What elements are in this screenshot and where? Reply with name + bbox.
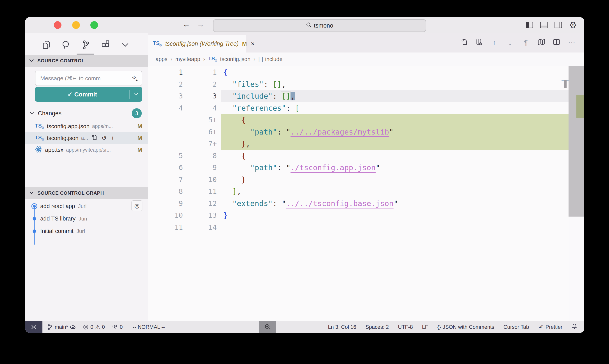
code-line[interactable]: 1013} (148, 209, 569, 221)
code-line[interactable]: 58 { (148, 150, 569, 162)
new-line-number: 7+ (193, 140, 221, 148)
branch-status-item[interactable]: main* (47, 324, 76, 330)
status-bar: main* 0 ⚠ 0 0 -- NORMAL -- Ln 3, Col 16 … (25, 321, 584, 333)
eol-item[interactable]: LF (422, 324, 428, 330)
warning-icon: ⚠ (95, 324, 100, 331)
code-line[interactable]: 710 } (148, 174, 569, 186)
new-line-number: 12 (193, 199, 221, 208)
source-control-graph-section-header[interactable]: SOURCE CONTROL GRAPH (25, 187, 148, 199)
previous-change-icon[interactable]: ↑ (491, 39, 498, 47)
changed-file-row[interactable]: app.tsxapps/myviteapp/sr...M (25, 144, 148, 156)
collapse-chevron-icon (29, 58, 34, 64)
diff-editor[interactable]: 11{22 "files": [],33 "include": [],44 "r… (148, 66, 569, 321)
commit-dropdown-chevron-icon[interactable] (130, 92, 142, 96)
command-center-search[interactable]: tsmono (213, 19, 426, 32)
more-views-chevron-icon[interactable] (120, 41, 130, 49)
goto-current-commit-icon[interactable]: ◎ (131, 200, 143, 211)
commit-row[interactable]: add react appJuri (25, 200, 148, 212)
encoding-item[interactable]: UTF-8 (398, 324, 413, 330)
search-sidebar-icon[interactable] (62, 40, 71, 51)
split-editor-icon[interactable] (553, 39, 560, 47)
explorer-icon[interactable] (42, 40, 51, 51)
commit-list: add react appJuriadd TS libraryJuriIniti… (25, 200, 148, 237)
source-control-icon[interactable] (81, 40, 90, 51)
modified-badge: M (137, 147, 142, 153)
breadcrumb-myviteapp[interactable]: myviteapp (175, 56, 200, 62)
toggle-sidebar-icon[interactable] (526, 22, 533, 28)
old-line-number: 8 (148, 187, 193, 195)
new-line-number: 3 (193, 92, 221, 100)
discard-changes-icon[interactable]: ↺ (102, 134, 107, 142)
indentation-item[interactable]: Spaces: 2 (365, 324, 389, 330)
ports-status-item[interactable]: 0 (111, 324, 122, 330)
breadcrumb-include[interactable]: include (265, 56, 282, 62)
tab-close-icon[interactable]: × (251, 40, 255, 48)
extensions-icon[interactable] (101, 40, 110, 51)
language-mode-item[interactable]: {} JSON with Comments (437, 324, 494, 330)
commit-button[interactable]: ✓ Commit (35, 87, 142, 102)
code-line[interactable]: 44 "references": [ (148, 102, 569, 114)
minimize-window-button[interactable] (72, 21, 80, 29)
file-name: app.tsx (45, 147, 64, 153)
navigate-back-icon[interactable]: ← (181, 20, 191, 29)
source-control-section-header[interactable]: SOURCE CONTROL (25, 55, 148, 67)
code-line[interactable]: 7+ }, (148, 138, 569, 150)
tab-tsconfig-working-tree[interactable]: TS⚙ tsconfig.json (Working Tree) M × (148, 35, 246, 52)
remote-indicator[interactable] (25, 321, 42, 333)
code-line[interactable]: 69 "path": "./tsconfig.app.json" (148, 162, 569, 174)
open-file-icon[interactable] (91, 134, 97, 142)
commit-message-input[interactable]: Message (⌘↵ to comm... ✧✦ (35, 71, 142, 86)
new-line-number: 8 (193, 152, 221, 160)
code-line[interactable]: 1114 (148, 221, 569, 234)
file-path: a... (81, 135, 88, 141)
more-actions-icon[interactable]: ⋯ (568, 39, 576, 47)
file-path: apps/myviteapp/sr... (66, 147, 111, 153)
toggle-panel-icon[interactable] (540, 22, 547, 28)
render-whitespace-icon[interactable]: ¶ (522, 39, 530, 47)
stage-changes-icon[interactable]: + (111, 135, 114, 142)
code-line[interactable]: 33 "include": [], (148, 90, 569, 102)
zoom-status-item[interactable] (259, 321, 276, 333)
cursor-position-item[interactable]: Ln 3, Col 16 (328, 324, 356, 330)
code-line[interactable]: 6+ "path": "../../packages/mytslib" (148, 126, 569, 138)
old-line-number: 2 (148, 80, 193, 88)
old-line-number: 1 (148, 68, 193, 76)
code-text: "include": [], (221, 90, 569, 102)
old-line-number: 9 (148, 199, 193, 208)
code-line[interactable]: 11{ (148, 66, 569, 78)
changed-file-row[interactable]: TS⚙tsconfig.app.jsonapps/m...M (25, 120, 148, 132)
open-file-icon[interactable] (461, 38, 468, 47)
scrollbar-thumb[interactable] (569, 66, 584, 217)
changed-file-row[interactable]: TS⚙tsconfig.jsona...↺+M (25, 132, 148, 144)
code-line[interactable]: 22 "files": [], (148, 78, 569, 90)
vim-mode-indicator[interactable]: -- NORMAL -- (133, 324, 165, 330)
new-line-number: 9 (193, 163, 221, 172)
commit-row[interactable]: add TS libraryJuri (25, 212, 148, 225)
inline-view-icon[interactable] (476, 38, 482, 47)
cursor-tab-item[interactable]: Cursor Tab (503, 324, 529, 330)
code-line[interactable]: 811 ], (148, 185, 569, 197)
navigate-forward-icon[interactable]: → (196, 20, 205, 29)
old-line-number: 7 (148, 175, 193, 184)
breadcrumb-tsconfig[interactable]: tsconfig.json (220, 56, 250, 62)
settings-gear-icon[interactable]: ⚙ (569, 20, 577, 30)
code-text: "extends": "../../tsconfig.base.json" (221, 197, 569, 209)
generate-commit-message-icon[interactable]: ✧✦ (131, 74, 138, 82)
next-change-icon[interactable]: ↓ (506, 39, 514, 47)
graph-collapse-chevron-icon (29, 190, 34, 196)
close-window-button[interactable] (54, 21, 62, 29)
formatter-item[interactable]: ✓✓ Prettier (538, 324, 562, 330)
new-line-number: 10 (193, 175, 221, 184)
commit-row[interactable]: Initial commitJuri (25, 225, 148, 237)
map-icon[interactable] (538, 39, 545, 47)
editor-scrollbar[interactable] (569, 66, 584, 321)
commit-button-label: Commit (74, 91, 97, 98)
problems-status-item[interactable]: 0 ⚠ 0 (83, 324, 105, 331)
breadcrumb-apps[interactable]: apps (155, 56, 167, 62)
code-line[interactable]: 5+ { (148, 114, 569, 126)
notifications-bell-icon[interactable] (571, 323, 577, 331)
changes-header-row[interactable]: Changes 3 (25, 108, 148, 118)
code-line[interactable]: 912 "extends": "../../tsconfig.base.json… (148, 197, 569, 209)
maximize-window-button[interactable] (90, 21, 98, 29)
toggle-secondary-sidebar-icon[interactable] (555, 22, 562, 28)
